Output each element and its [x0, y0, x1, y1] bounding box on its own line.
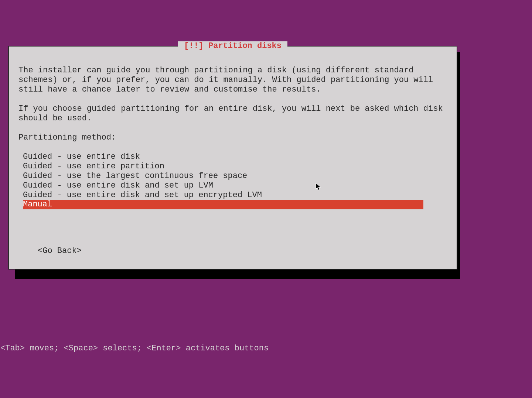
dialog-title: [!!] Partition disks: [178, 41, 287, 51]
intro-paragraph-1: The installer can guide you through part…: [18, 66, 447, 95]
menu-item-manual[interactable]: Manual: [23, 200, 423, 209]
menu-item-guided-entire-partition[interactable]: Guided - use entire partition: [23, 162, 447, 171]
partitioning-method-menu: Guided - use entire disk Guided - use en…: [23, 152, 447, 210]
go-back-button[interactable]: <Go Back>: [38, 246, 447, 256]
menu-item-guided-entire-disk[interactable]: Guided - use entire disk: [23, 152, 447, 162]
partition-dialog: [!!] Partition disks The installer can g…: [8, 46, 457, 270]
footer-hint: <Tab> moves; <Space> selects; <Enter> ac…: [0, 344, 269, 353]
menu-item-guided-lvm[interactable]: Guided - use entire disk and set up LVM: [23, 181, 447, 191]
dialog-content: The installer can guide you through part…: [9, 47, 457, 265]
partitioning-method-label: Partitioning method:: [18, 133, 447, 143]
menu-item-guided-largest-free[interactable]: Guided - use the largest continuous free…: [23, 171, 447, 181]
dialog-title-text: [!!] Partition disks: [184, 41, 282, 51]
menu-item-guided-encrypted-lvm[interactable]: Guided - use entire disk and set up encr…: [23, 191, 447, 200]
intro-paragraph-2: If you choose guided partitioning for an…: [18, 104, 447, 123]
